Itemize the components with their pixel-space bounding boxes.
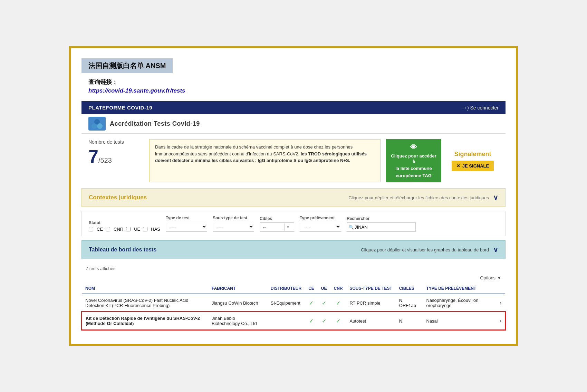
stats-number: 7 xyxy=(88,146,98,166)
type-test-label: Type de test xyxy=(166,216,207,220)
sous-type-label: Sous-type de test xyxy=(213,216,254,220)
contextes-title: Contextes juridiques xyxy=(89,194,147,201)
tableau-title: Tableau de bord des tests xyxy=(89,247,156,253)
stats-count-label: Nombre de tests xyxy=(88,139,144,145)
cell-type-prelevement: Nasopharyngé, Écouvillon oropharyngé xyxy=(423,294,496,312)
col-type-prelevement: TYPE DE PRÉLÈVEMENT xyxy=(423,283,496,294)
search-wrapper: 🔍 xyxy=(347,222,416,232)
cell-ue: ✓ xyxy=(318,294,330,312)
svg-point-1 xyxy=(92,123,97,129)
has-label: HAS xyxy=(151,227,160,232)
cell-nom: Kit de Détection Rapide de l'Antigène du… xyxy=(82,312,208,330)
table-row: Novel Coronavirus (SRAS-CoV-2) Fast Nucl… xyxy=(82,294,505,312)
chevron-down-icon[interactable]: ∨ xyxy=(493,193,498,202)
cell-fabricant: Jiangsu CoWin Biotech xyxy=(208,294,267,312)
signalement-icon: ✕ xyxy=(456,163,460,169)
cell-fabricant: Jinan Babio Biotechnology Co., Ltd xyxy=(208,312,267,330)
tableau-info: Cliquez pour déplier et visualiser les g… xyxy=(361,247,489,252)
stats-total: /523 xyxy=(98,156,112,164)
nav-bar: PLATEFORME COVID-19 →) Se connecter xyxy=(81,101,506,114)
cell-sous-type: RT PCR simple xyxy=(346,294,395,312)
ue-checkbox[interactable] xyxy=(126,227,131,231)
type-prelevement-select[interactable]: ---- xyxy=(300,222,341,232)
logo-icon xyxy=(88,117,106,131)
stats-count: Nombre de tests 7/523 xyxy=(88,139,144,182)
contextes-right: Cliquez pour déplier et télécharger les … xyxy=(348,193,498,202)
col-sous-type: SOUS-TYPE DE TEST xyxy=(346,283,395,294)
cibles-input[interactable] xyxy=(260,223,284,231)
ce-checkbox[interactable] xyxy=(89,227,93,231)
query-label: 查询链接： xyxy=(88,78,506,86)
cell-ue: ✓ xyxy=(318,312,330,330)
signalement-btn-label: JE SIGNALE xyxy=(462,163,489,169)
filter-type-prelevement: Type prélèvement ---- xyxy=(300,216,341,232)
cell-distributeur: SI-Equipement xyxy=(267,294,305,312)
nav-login[interactable]: →) Se connecter xyxy=(462,105,499,111)
stats-green-button[interactable]: 👁 Cliquez pour accéder à la liste commun… xyxy=(386,139,441,182)
signalement-title: Signalement xyxy=(454,151,491,158)
options-button[interactable]: Options ▼ xyxy=(480,275,501,280)
statut-checkboxes: CE CNR UE HAS xyxy=(89,227,160,232)
cell-arrow[interactable]: › xyxy=(496,312,505,330)
cell-cnr: ✓ xyxy=(330,294,346,312)
tests-count: 7 tests affichés xyxy=(81,263,506,274)
contextes-bar[interactable]: Contextes juridiques Cliquez pour déplie… xyxy=(81,188,506,207)
type-test-select[interactable]: ---- xyxy=(166,222,207,232)
cibles-chevron-icon[interactable]: ∨ xyxy=(284,223,291,231)
cell-sous-type: Autotest xyxy=(346,312,395,330)
row-arrow-icon[interactable]: › xyxy=(500,318,501,324)
cell-ce: ✓ xyxy=(305,294,318,312)
cibles-label: Cibles xyxy=(260,216,294,221)
table-section: 7 tests affichés Options ▼ NOM FABRICANT… xyxy=(81,263,506,334)
tests-table: NOM FABRICANT DISTRIBUTEUR CE UE CNR SOU… xyxy=(81,283,506,330)
green-btn-line1: Cliquez pour accéder à xyxy=(390,153,437,164)
cnr-label: CNR xyxy=(114,227,123,232)
tableau-chevron-icon[interactable]: ∨ xyxy=(493,246,498,254)
col-cibles: CIBLES xyxy=(396,283,423,294)
check-icon: ✓ xyxy=(322,300,326,306)
rechercher-label: Rechercher xyxy=(347,216,416,221)
col-action xyxy=(496,283,505,294)
title-box: 法国自测版白名单 ANSM xyxy=(81,58,173,73)
col-fabricant: FABRICANT xyxy=(208,283,267,294)
filter-rechercher: Rechercher 🔍 xyxy=(347,216,416,232)
has-checkbox[interactable] xyxy=(143,227,147,231)
query-section: 查询链接： https://covid-19.sante.gouv.fr/tes… xyxy=(88,78,506,94)
green-btn-line3: européenne TAG xyxy=(396,173,432,178)
cnr-checkbox[interactable] xyxy=(106,227,110,231)
filter-type-test: Type de test ---- xyxy=(166,216,207,232)
check-icon: ✓ xyxy=(322,318,326,324)
filter-row: Statut CE CNR UE HAS Type de test ---- S… xyxy=(81,211,506,236)
cell-ce: ✓ xyxy=(305,312,318,330)
search-input[interactable] xyxy=(347,222,416,232)
search-icon: 🔍 xyxy=(349,225,354,230)
cell-distributeur xyxy=(267,312,305,330)
col-nom: NOM xyxy=(82,283,208,294)
cell-cnr: ✓ xyxy=(330,312,346,330)
signalement-section: Signalement ✕ JE SIGNALE xyxy=(447,139,499,182)
cell-type-prelevement: Nasal xyxy=(423,312,496,330)
options-label: Options xyxy=(480,275,495,280)
cell-arrow[interactable]: › xyxy=(496,294,505,312)
signalement-button[interactable]: ✕ JE SIGNALE xyxy=(452,161,494,171)
check-icon: ✓ xyxy=(309,300,314,306)
filter-statut: Statut CE CNR UE HAS xyxy=(89,220,160,232)
row-arrow-icon[interactable]: › xyxy=(500,300,501,306)
col-distributeur: DISTRIBUTEUR xyxy=(267,283,305,294)
options-chevron-icon: ▼ xyxy=(497,275,501,280)
eye-icon: 👁 xyxy=(410,143,417,151)
sous-type-select[interactable]: ---- xyxy=(213,222,254,232)
table-row: Kit de Détection Rapide de l'Antigène du… xyxy=(82,312,505,330)
query-link[interactable]: https://covid-19.sante.gouv.fr/tests xyxy=(88,87,185,94)
check-icon: ✓ xyxy=(336,318,340,324)
contextes-info: Cliquez pour déplier et télécharger les … xyxy=(348,195,489,200)
check-icon: ✓ xyxy=(309,318,314,324)
tableau-bar[interactable]: Tableau de bord des tests Cliquez pour d… xyxy=(81,240,506,259)
cell-nom: Novel Coronavirus (SRAS-CoV-2) Fast Nucl… xyxy=(82,294,208,312)
logo-bar: Accréditation Tests Covid-19 xyxy=(81,114,506,134)
ce-label: CE xyxy=(97,227,103,232)
col-cnr: CNR xyxy=(330,283,346,294)
stats-row: Nombre de tests 7/523 Dans le cadre de l… xyxy=(81,134,506,188)
header-section: 法国自测版白名单 ANSM 查询链接： https://covid-19.san… xyxy=(81,58,506,94)
ue-label: UE xyxy=(134,227,140,232)
